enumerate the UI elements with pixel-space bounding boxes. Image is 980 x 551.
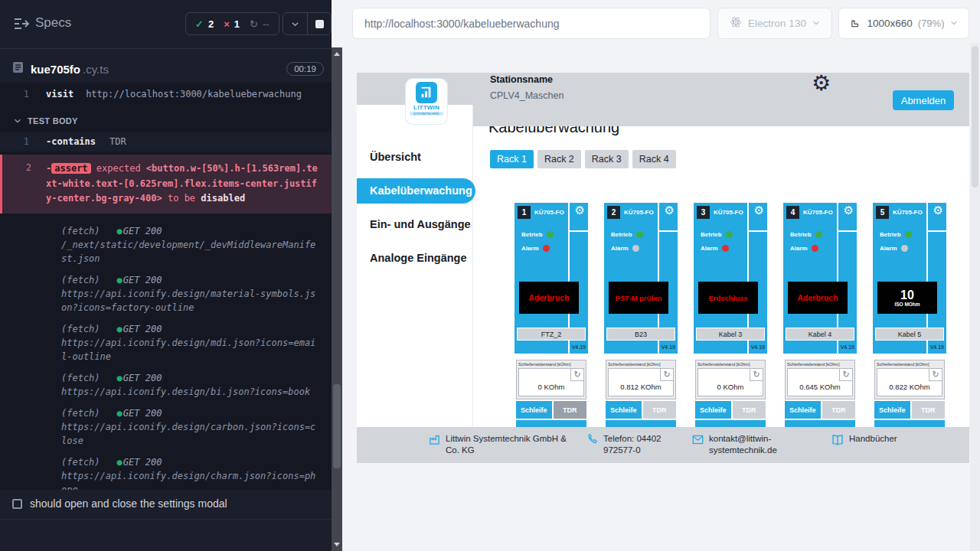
scrollbar-thumb[interactable] xyxy=(972,46,978,187)
card-number: 5 xyxy=(876,206,889,219)
pending-test[interactable]: should open and close the settings modal xyxy=(12,497,227,510)
footer-item[interactable]: Handbücher xyxy=(831,433,897,449)
firmware-version: V4.19 xyxy=(930,344,944,350)
betrieb-row: Betrieb xyxy=(880,231,912,238)
divider xyxy=(0,519,332,520)
schleife-button[interactable]: Schleife xyxy=(874,401,910,419)
fetch-log: (fetch)●GET 200/_next/static/development… xyxy=(61,224,320,491)
resistance-value-box: ↻0 KOhm xyxy=(697,368,763,396)
logout-button[interactable]: Abmelden xyxy=(893,90,954,110)
schleife-button[interactable]: Schleife xyxy=(695,401,731,419)
fetch-log-entry[interactable]: (fetch)●GET 200/_next/static/development… xyxy=(61,224,320,266)
ruler-icon xyxy=(851,17,862,31)
schleife-button[interactable]: Schleife xyxy=(785,401,821,419)
line-number: 2 xyxy=(2,162,31,173)
pending-count: ↻-- xyxy=(250,18,270,30)
cable-label: Kabel 4 xyxy=(786,328,854,341)
alarm-label: Alarm xyxy=(611,245,629,252)
collapse-button[interactable] xyxy=(283,13,307,34)
command-name: -contains xyxy=(46,136,96,147)
viewport-scale: (79%) xyxy=(918,18,945,29)
test-stats: ✓2 ×1 ↻-- xyxy=(185,12,279,35)
schleife-button[interactable]: Schleife xyxy=(516,401,552,419)
card-body: 5KÜ705-FO⚙BetriebAlarm10ISO MOhmKabel 5V… xyxy=(873,203,946,354)
scroll-up-icon[interactable] xyxy=(334,52,340,56)
specs-menu-icon[interactable] xyxy=(14,18,29,33)
card-settings-icon[interactable]: ⚙ xyxy=(933,204,943,217)
assert-message: -assert expected <button.w-[50%].h-[1.56… xyxy=(46,161,322,207)
browser-select[interactable]: Electron 130 xyxy=(717,8,832,39)
card-settings-icon[interactable]: ⚙ xyxy=(754,204,764,217)
alarm-row: Alarm xyxy=(611,245,639,252)
device-card-2: 2KÜ705-FO⚙BetriebAlarmPST-M prüfenB23V4.… xyxy=(604,203,678,427)
card-body: 4KÜ705-FO⚙BetriebAlarmAderbruchKabel 4V4… xyxy=(783,203,857,354)
card-bottom-strip xyxy=(516,420,586,427)
footer-item[interactable]: Littwin Systemtechnik GmbH & Co. KG xyxy=(429,433,577,456)
reporter-scrollbar[interactable] xyxy=(332,47,342,551)
pending-test-title: should open and close the settings modal xyxy=(30,497,227,510)
failed-assert[interactable]: 2 -assert expected <button.w-[50%].h-[1.… xyxy=(0,155,332,214)
url-input[interactable] xyxy=(352,8,710,39)
card-number: 3 xyxy=(697,206,710,219)
card-settings-icon[interactable]: ⚙ xyxy=(844,204,854,217)
book-icon xyxy=(831,434,844,449)
status-value: 10 xyxy=(900,289,914,302)
status-display: Aderbruch xyxy=(519,282,579,314)
tdr-button[interactable]: TDR xyxy=(912,401,945,419)
device-card-5: 5KÜ705-FO⚙BetriebAlarm10ISO MOhmKabel 5V… xyxy=(873,203,946,427)
device-card-4: 4KÜ705-FO⚙BetriebAlarmAderbruchKabel 4V4… xyxy=(783,203,857,427)
scroll-down-icon[interactable] xyxy=(334,543,340,546)
refresh-icon[interactable]: ↻ xyxy=(660,369,673,381)
card-buttons: SchleifeTDR xyxy=(606,401,676,419)
fetch-log-entry[interactable]: (fetch)●GET 200https://api.iconify.desig… xyxy=(61,322,320,364)
tdr-button[interactable]: TDR xyxy=(643,401,676,419)
success-dot-icon: ● xyxy=(117,226,122,236)
card-model: KÜ705-FO xyxy=(534,209,564,216)
test-body-section[interactable]: TEST BODY xyxy=(14,116,332,126)
footer-text: kontakt@littwin-systemtechnik.de xyxy=(709,433,795,456)
phone-icon xyxy=(586,434,598,456)
footer-item[interactable]: Telefon: 04402 972577-0 xyxy=(586,433,695,456)
refresh-icon[interactable]: ↻ xyxy=(929,369,942,381)
fetch-log-entry[interactable]: (fetch)●GET 200https://api.iconify.desig… xyxy=(61,406,320,448)
sidebar-item[interactable]: Übersicht xyxy=(357,140,472,174)
scrollbar-thumb[interactable] xyxy=(333,384,341,468)
card-settings-icon[interactable]: ⚙ xyxy=(575,204,585,217)
viewport-select[interactable]: 1000x660 (79%) xyxy=(838,8,969,39)
refresh-icon[interactable]: ↻ xyxy=(750,369,763,381)
refresh-icon[interactable]: ↻ xyxy=(839,369,852,381)
schleife-button[interactable]: Schleife xyxy=(606,401,642,419)
stop-icon xyxy=(315,20,324,28)
fetch-log-entry[interactable]: (fetch)●GET 200https://api.iconify.desig… xyxy=(61,273,320,315)
betrieb-label: Betrieb xyxy=(701,231,722,238)
sidebar-item[interactable]: Kabelüberwachung xyxy=(357,178,475,204)
tdr-button[interactable]: TDR xyxy=(822,401,855,419)
betrieb-row: Betrieb xyxy=(611,231,643,238)
cable-label: Kabel 5 xyxy=(875,328,944,341)
page-scrollbar[interactable] xyxy=(970,43,980,551)
spec-file[interactable]: kue705fo.cy.ts 00:19 xyxy=(12,58,324,80)
assert-badge: assert xyxy=(51,163,90,174)
logo-text: LITTWIN xyxy=(406,104,447,111)
sidebar-item[interactable]: Ein- und Ausgänge xyxy=(357,207,472,241)
card-body: 2KÜ705-FO⚙BetriebAlarmPST-M prüfenB23V4.… xyxy=(604,203,678,354)
command-arg: TDR xyxy=(109,136,126,147)
contains-command[interactable]: 1 -containsTDR xyxy=(0,132,332,152)
tdr-button[interactable]: TDR xyxy=(554,401,586,419)
card-settings-icon[interactable]: ⚙ xyxy=(665,204,675,217)
fetch-log-entry[interactable]: (fetch)●GET 200https://api.iconify.desig… xyxy=(61,455,320,491)
betrieb-led-icon xyxy=(726,231,733,238)
refresh-icon[interactable]: ↻ xyxy=(570,369,583,381)
footer-item[interactable]: kontakt@littwin-systemtechnik.de xyxy=(692,433,795,456)
status-display: Aderbruch xyxy=(788,282,848,314)
resistance-panel: Schleifenwiderstand [kOhm]↻0 KOhm xyxy=(695,360,766,399)
device-card-1: 1KÜ705-FO⚙BetriebAlarmAderbruchFTZ_2V4.1… xyxy=(514,203,588,427)
tdr-button[interactable]: TDR xyxy=(733,401,766,419)
visit-command[interactable]: 1 visithttp://localhost:3000/kabelueberw… xyxy=(0,84,332,104)
settings-gear-icon[interactable]: ⚙ xyxy=(812,73,831,96)
stop-button[interactable] xyxy=(307,13,331,34)
app-sidebar: ÜbersichtKabelüberwachungEin- und Ausgän… xyxy=(357,105,473,427)
sidebar-item[interactable]: Analoge Eingänge xyxy=(357,241,472,275)
fetch-log-entry[interactable]: (fetch)●GET 200https://api.iconify.desig… xyxy=(61,371,320,399)
line-number: 1 xyxy=(0,136,29,147)
